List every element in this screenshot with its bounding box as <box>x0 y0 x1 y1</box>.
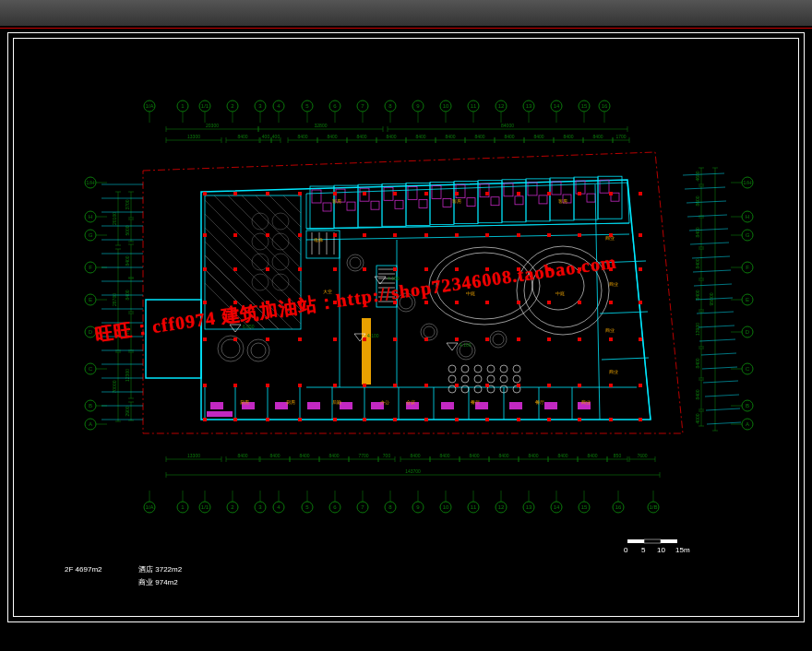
svg-text:8400: 8400 <box>299 453 309 458</box>
svg-rect-549 <box>203 337 207 341</box>
svg-rect-552 <box>298 337 302 341</box>
svg-rect-489 <box>203 192 207 195</box>
svg-point-460 <box>474 365 482 373</box>
svg-rect-407 <box>371 201 379 209</box>
svg-text:商业: 商业 <box>605 327 615 333</box>
svg-text:12300: 12300 <box>125 369 130 382</box>
svg-rect-585 <box>393 418 397 421</box>
svg-text:3700: 3700 <box>125 199 130 209</box>
svg-rect-560 <box>547 337 551 341</box>
svg-text:1700: 1700 <box>615 134 626 139</box>
svg-text:厨房: 厨房 <box>240 399 249 405</box>
svg-text:700: 700 <box>383 453 391 458</box>
svg-rect-480 <box>340 402 352 409</box>
svg-text:8400: 8400 <box>327 134 337 139</box>
svg-rect-544 <box>517 301 520 304</box>
svg-text:8400: 8400 <box>533 134 543 139</box>
site-boundary <box>143 152 683 433</box>
svg-rect-427 <box>528 183 537 195</box>
svg-text:400: 400 <box>272 134 281 139</box>
svg-rect-500 <box>547 192 551 195</box>
svg-rect-578 <box>639 384 642 387</box>
svg-text:16: 16 <box>615 504 622 510</box>
svg-text:商业 974m2: 商业 974m2 <box>138 578 178 586</box>
svg-text:餐厅: 餐厅 <box>471 399 480 405</box>
svg-rect-547 <box>609 301 613 304</box>
svg-rect-514 <box>517 233 520 237</box>
svg-point-397 <box>252 274 269 290</box>
svg-text:8400: 8400 <box>695 358 700 368</box>
svg-rect-584 <box>363 418 366 421</box>
svg-point-458 <box>448 365 456 373</box>
svg-text:客房: 客房 <box>558 198 567 204</box>
svg-rect-521 <box>266 267 269 271</box>
svg-rect-434 <box>587 194 595 202</box>
svg-rect-564 <box>203 384 207 387</box>
svg-text:9: 9 <box>416 103 420 109</box>
svg-text:12: 12 <box>498 103 505 109</box>
svg-text:400: 400 <box>262 134 270 139</box>
svg-rect-550 <box>233 337 237 341</box>
svg-text:5: 5 <box>305 504 309 510</box>
svg-rect-568 <box>333 384 337 387</box>
svg-text:客房: 客房 <box>452 198 461 204</box>
svg-text:F: F <box>89 265 92 270</box>
svg-rect-562 <box>609 337 613 341</box>
svg-rect-538 <box>333 301 337 304</box>
svg-point-462 <box>500 365 508 373</box>
svg-text:2: 2 <box>231 504 234 510</box>
svg-text:8400: 8400 <box>410 453 420 458</box>
atrium-curves <box>429 246 609 335</box>
svg-text:8600: 8600 <box>695 195 700 206</box>
svg-point-468 <box>500 375 508 383</box>
svg-text:E: E <box>89 297 92 302</box>
svg-text:7: 7 <box>361 103 364 109</box>
svg-text:5: 5 <box>305 103 309 109</box>
svg-rect-513 <box>485 233 489 237</box>
svg-point-394 <box>272 233 289 250</box>
floorplan-svg: 1/A11/12345678910111213141516 1/A11/1234… <box>46 55 784 599</box>
svg-text:4.100: 4.100 <box>460 342 472 348</box>
svg-text:10: 10 <box>443 504 449 510</box>
svg-rect-404 <box>347 202 355 210</box>
svg-text:1/H: 1/H <box>743 180 751 185</box>
svg-text:8400: 8400 <box>386 134 396 139</box>
svg-rect-503 <box>639 192 642 195</box>
svg-text:32800: 32800 <box>315 123 328 128</box>
svg-text:8400: 8400 <box>445 134 455 139</box>
svg-text:70000: 70000 <box>112 380 117 393</box>
svg-text:13300: 13300 <box>187 453 200 458</box>
svg-text:1/A: 1/A <box>145 103 153 109</box>
svg-rect-522 <box>298 267 302 271</box>
svg-rect-498 <box>485 192 489 195</box>
svg-rect-548 <box>639 301 642 304</box>
svg-rect-542 <box>455 301 459 304</box>
svg-rect-491 <box>266 192 269 195</box>
svg-text:8: 8 <box>388 504 392 510</box>
svg-rect-586 <box>424 418 428 421</box>
svg-point-444 <box>221 339 240 358</box>
svg-text:8400: 8400 <box>528 453 538 458</box>
svg-rect-519 <box>203 267 207 271</box>
svg-text:8400: 8400 <box>297 134 307 139</box>
svg-rect-506 <box>266 233 269 237</box>
svg-text:1/1: 1/1 <box>201 103 209 109</box>
svg-text:餐厅: 餐厅 <box>535 399 544 405</box>
svg-rect-520 <box>233 267 237 271</box>
svg-rect-588 <box>485 418 489 421</box>
cad-drawing-viewport[interactable]: 1/A11/12345678910111213141516 1/A11/1234… <box>46 55 784 599</box>
svg-rect-501 <box>578 192 581 195</box>
svg-rect-528 <box>485 267 489 271</box>
svg-rect-582 <box>298 418 302 421</box>
svg-rect-546 <box>578 301 581 304</box>
svg-point-391 <box>252 213 269 230</box>
svg-text:8400: 8400 <box>469 453 479 458</box>
svg-text:G: G <box>746 232 750 238</box>
svg-rect-483 <box>441 402 454 409</box>
svg-text:10: 10 <box>443 103 449 109</box>
svg-rect-565 <box>233 384 237 387</box>
svg-rect-589 <box>517 418 520 421</box>
svg-point-470 <box>448 385 456 393</box>
svg-rect-494 <box>363 192 366 195</box>
svg-text:E: E <box>746 297 749 302</box>
